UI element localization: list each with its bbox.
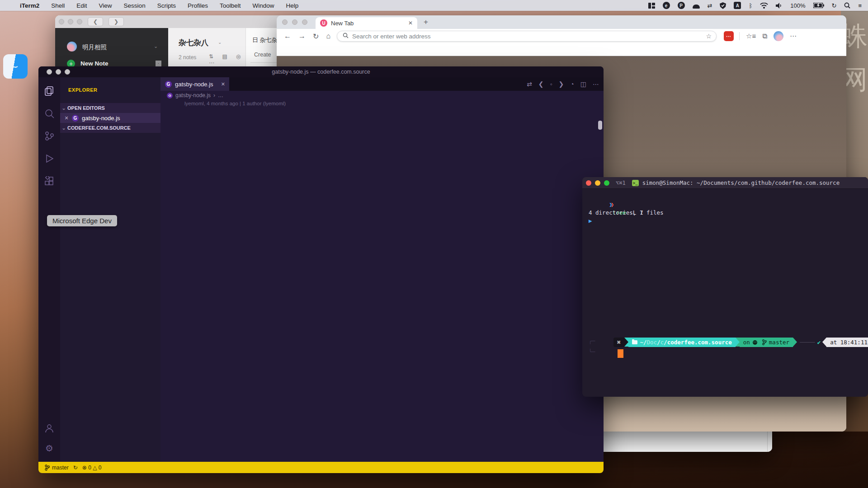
close-icon[interactable] <box>282 19 288 25</box>
open-editors-header[interactable]: ⌄ OPEN EDITORS <box>60 103 160 113</box>
nav-back-icon[interactable]: ❮ <box>538 80 544 88</box>
split-editor-icon[interactable]: ◫ <box>580 80 586 88</box>
project-section-header[interactable]: ⌄ CODERFEE.COM.SOURCE <box>60 123 160 133</box>
close-icon[interactable]: ✕ <box>63 115 70 121</box>
tab-gatsby-node[interactable]: G gatsby-node.js ✕ <box>160 77 229 91</box>
evernote-menu-icon[interactable]: e <box>663 2 670 9</box>
zoom-icon[interactable] <box>302 19 307 25</box>
minimize-icon[interactable] <box>56 69 61 75</box>
favorite-star-icon[interactable]: ☆ <box>706 33 712 40</box>
minimize-icon[interactable] <box>68 19 73 24</box>
sync-menu-icon[interactable]: ↻ <box>832 1 837 9</box>
menu-item-toolbelt[interactable]: Toolbelt <box>220 2 241 9</box>
close-icon[interactable] <box>586 180 591 186</box>
problems-indicator[interactable]: ⊗ 0 △ 0 <box>82 465 102 471</box>
settings-gear-icon[interactable]: ⚙ <box>38 438 60 458</box>
zoom-icon[interactable] <box>604 180 609 186</box>
chevron-down-icon[interactable]: ⌄ <box>154 43 158 49</box>
codelens[interactable]: lyemoml, 4 months ago | 1 author (lyemom… <box>160 100 597 108</box>
back-icon[interactable]: ← <box>284 32 291 40</box>
forward-icon[interactable]: → <box>298 32 306 40</box>
collections-icon[interactable]: ⧉ <box>762 32 767 40</box>
minimize-icon[interactable] <box>292 19 297 25</box>
more-menu-icon[interactable]: ⋯ <box>790 32 797 40</box>
accounts-icon[interactable] <box>38 418 60 438</box>
new-tab-button[interactable]: + <box>424 18 428 27</box>
favorites-bar-icon[interactable]: ☆≡ <box>746 32 756 40</box>
run-debug-icon[interactable] <box>38 149 60 169</box>
battery-icon[interactable] <box>813 1 824 9</box>
git-branch-indicator[interactable]: master <box>45 465 69 471</box>
close-icon[interactable] <box>59 19 64 24</box>
extensions-icon[interactable] <box>38 171 60 191</box>
folder-icon <box>632 340 637 344</box>
divider <box>739 32 740 40</box>
create-label: Create <box>254 52 271 58</box>
finder-icon[interactable]: ⌣ <box>3 54 28 79</box>
extension-icon[interactable]: ⋯ <box>724 31 734 41</box>
terminal-icon: >_ <box>632 180 639 186</box>
terminal-titlebar: ⌥⌘1 >_ simon@SimonMac: ~/Documents/com.g… <box>582 177 868 189</box>
forward-button[interactable]: ❯ <box>108 17 124 26</box>
reload-icon[interactable]: ↻ <box>313 32 319 41</box>
onepassword-menu-icon[interactable]: P <box>678 2 685 9</box>
menu-item-edit[interactable]: Edit <box>76 2 87 9</box>
back-button[interactable]: ❮ <box>88 17 103 26</box>
list-toolbar-icons[interactable]: ⇅ ▤ ◎ ⋯ <box>209 53 245 66</box>
timeline-icon[interactable]: ◔ <box>570 80 574 88</box>
wifi-icon[interactable] <box>760 1 768 9</box>
volume-icon[interactable] <box>776 1 783 9</box>
minimize-icon[interactable] <box>595 180 600 186</box>
alfred-menu-icon[interactable] <box>693 5 700 9</box>
notification-center-icon[interactable]: ≡ <box>858 1 862 9</box>
open-editor-item[interactable]: ✕ G gatsby-node.js <box>60 113 160 123</box>
notebook-title[interactable]: 杂七杂八 <box>179 38 208 48</box>
bluetooth-icon[interactable]: ᛒ <box>749 1 752 9</box>
switch-menu-icon[interactable]: ⇄ <box>708 1 712 9</box>
search-icon[interactable] <box>38 103 60 123</box>
prompt-filler: ───── <box>797 338 817 347</box>
terminal-body[interactable]: ❯❯ tree -L 1 4 directories, 7 files ▶ ╭─… <box>589 192 868 397</box>
zoom-icon[interactable] <box>77 19 82 24</box>
breadcrumb[interactable]: G gatsby-node.js › … <box>160 91 604 100</box>
menu-item-view[interactable]: View <box>99 2 112 9</box>
scrollbar-thumb[interactable] <box>598 121 602 130</box>
menu-item-shell[interactable]: Shell <box>51 2 65 9</box>
input-source-icon[interactable]: A <box>734 2 741 9</box>
nav-forward-icon[interactable]: ❯ <box>559 80 564 88</box>
editor-area: G gatsby-node.js ✕ ⇄ ❮ ◦ ❯ ◔ ◫ ⋯ G gatsb… <box>160 77 604 462</box>
home-icon[interactable]: ⌂ <box>326 32 330 40</box>
app-menu-title[interactable]: iTerm2 <box>20 2 39 9</box>
menu-item-scripts[interactable]: Scripts <box>157 2 176 9</box>
command-line: ❯❯ tree -L 1 <box>589 192 868 201</box>
sync-icon[interactable]: ↻ <box>73 465 78 471</box>
grid-icon[interactable] <box>156 61 161 66</box>
tab-new-tab[interactable]: U New Tab ✕ <box>316 17 417 29</box>
code-editor[interactable]: lyemoml, 4 months ago | 1 author (lyemom… <box>160 100 597 462</box>
source-control-icon[interactable] <box>38 126 60 146</box>
tree-summary: 4 directories, 7 files <box>589 209 868 217</box>
menu-item-profiles[interactable]: Profiles <box>188 2 208 9</box>
chevron-down-icon[interactable]: ⌄ <box>218 40 222 45</box>
avatar[interactable] <box>67 42 77 52</box>
address-bar[interactable]: Search or enter web address ☆ <box>337 31 717 42</box>
shield-check-menu-icon[interactable] <box>720 1 726 9</box>
profile-avatar[interactable] <box>774 31 783 41</box>
new-note-button[interactable]: New Note <box>80 60 108 67</box>
toggle-changes-icon[interactable]: ⇄ <box>527 80 532 88</box>
nav-dot-icon[interactable]: ◦ <box>550 80 552 88</box>
chevron-down-icon: ⌄ <box>60 125 67 131</box>
menu-item-help[interactable]: Help <box>286 2 298 9</box>
spotlight-icon[interactable] <box>844 1 850 9</box>
close-tab-icon[interactable]: ✕ <box>408 20 413 26</box>
window-manager-icon[interactable] <box>648 1 655 9</box>
close-icon[interactable] <box>47 69 52 75</box>
menu-item-session[interactable]: Session <box>124 2 146 9</box>
cwd-segment: ~/Doc/c/coderfee.com.source <box>628 338 736 347</box>
explorer-icon[interactable] <box>38 81 60 101</box>
zoom-icon[interactable] <box>65 69 70 75</box>
menu-item-window[interactable]: Window <box>252 2 274 9</box>
close-tab-icon[interactable]: ✕ <box>221 81 225 87</box>
more-actions-icon[interactable]: ⋯ <box>593 80 599 88</box>
account-name[interactable]: 明月相照 <box>82 43 107 52</box>
